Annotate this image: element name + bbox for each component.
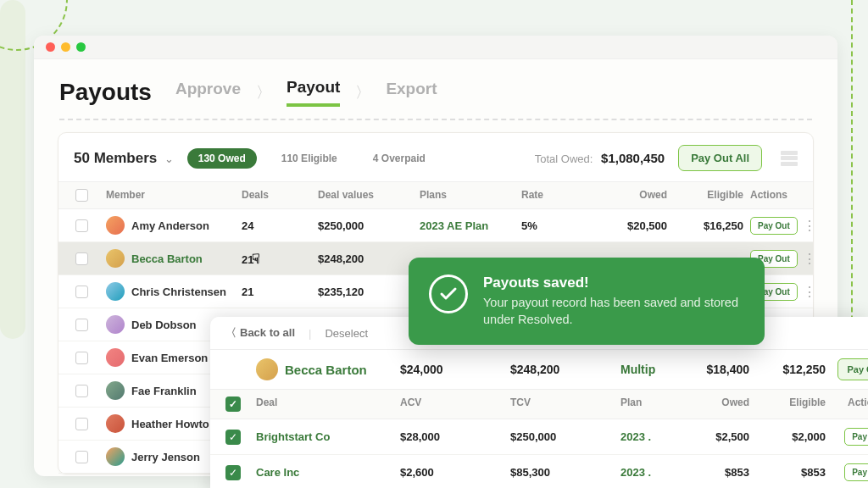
- row-menu-icon[interactable]: ⋮: [803, 218, 816, 234]
- cell-eligible: $2,000: [756, 430, 832, 443]
- check-circle-icon: [429, 274, 468, 313]
- col-tcv: TCV: [510, 396, 620, 412]
- cell-tcv: $248,200: [510, 363, 620, 376]
- pay-out-button[interactable]: Pay Out: [844, 463, 868, 481]
- step-export[interactable]: Export: [386, 80, 437, 105]
- divider: |: [309, 327, 311, 340]
- pay-out-button[interactable]: Pay Out: [750, 217, 798, 235]
- row-checkbox[interactable]: [75, 451, 88, 463]
- row-checkbox[interactable]: [75, 286, 88, 298]
- plan-link[interactable]: 2023 AE Plan: [420, 219, 521, 232]
- filter-owed-pill[interactable]: 130 Owed: [187, 148, 257, 169]
- avatar: [106, 348, 125, 367]
- window-close-icon[interactable]: [46, 42, 55, 52]
- cell-deals: 24: [242, 219, 318, 232]
- divider: [59, 119, 812, 120]
- select-all-checkbox[interactable]: ✓: [225, 396, 241, 412]
- col-deal-values: Deal values: [318, 189, 420, 202]
- cell-deals: 21 ☟: [242, 251, 318, 267]
- total-owed: Total Owed: $1,080,450: [535, 151, 665, 165]
- cell-acv: $28,000: [400, 430, 510, 443]
- cell-acv: $2,600: [400, 466, 510, 479]
- col-rate: Rate: [521, 189, 589, 202]
- deal-row[interactable]: ✓ Care Inc $2,600 $85,300 2023 . $853 $8…: [210, 455, 868, 488]
- window-zoom-icon[interactable]: [76, 42, 86, 52]
- table-header: Member Deals Deal values Plans Rate Owed…: [58, 181, 813, 209]
- page-title: Payouts: [59, 79, 152, 106]
- member-name: Chris Christensen: [131, 286, 226, 298]
- filter-overpaid-pill[interactable]: 4 Overpaid: [362, 148, 437, 169]
- chevron-down-icon: ⌄: [164, 152, 174, 165]
- window-minimize-icon[interactable]: [61, 42, 70, 52]
- pay-out-all-button[interactable]: Pay Out All: [678, 145, 762, 171]
- row-checkbox[interactable]: ✓: [225, 465, 241, 480]
- member-name: Evan Emerson: [131, 352, 208, 364]
- avatar: [256, 358, 278, 380]
- avatar: [106, 315, 125, 334]
- row-checkbox[interactable]: ✓: [225, 430, 241, 445]
- table-row[interactable]: Amy Anderson 24 $250,000 2023 AE Plan 5%…: [58, 209, 813, 242]
- detail-table-header: ✓ Deal ACV TCV Plan Owed Eligible Action…: [210, 390, 868, 419]
- deal-row[interactable]: ✓ Brightstart Co $28,000 $250,000 2023 .…: [210, 419, 868, 455]
- member-name: Amy Anderson: [131, 219, 209, 232]
- deselect-button[interactable]: Deselect: [325, 327, 368, 340]
- toast-success: Payouts saved! Your payout record has be…: [409, 258, 765, 345]
- back-to-all-button[interactable]: 〈Back to all: [225, 325, 295, 341]
- cell-owed: $853: [680, 466, 756, 479]
- col-plan: Plan: [620, 396, 680, 412]
- avatar: [106, 216, 125, 235]
- row-menu-icon[interactable]: ⋮: [803, 284, 816, 300]
- avatar: [106, 282, 125, 301]
- filter-eligible-pill[interactable]: 110 Eligible: [270, 148, 348, 169]
- cell-eligible: $12,250: [756, 363, 832, 376]
- deal-name[interactable]: Brightstart Co: [256, 430, 400, 443]
- cell-deals: 21: [242, 286, 318, 298]
- step-nav: Approve 〉 Payout 〉 Export: [175, 78, 437, 107]
- row-checkbox[interactable]: [75, 252, 88, 265]
- chevron-left-icon: 〈: [225, 326, 236, 339]
- plan-link[interactable]: 2023 .: [620, 430, 680, 443]
- plan-link[interactable]: 2023 .: [620, 466, 680, 479]
- row-checkbox[interactable]: [75, 319, 88, 331]
- col-deals: Deals: [242, 189, 318, 202]
- member-name: Heather Howto: [131, 418, 209, 430]
- columns-icon[interactable]: [781, 151, 798, 166]
- row-checkbox[interactable]: [75, 352, 88, 364]
- member-name: Becca Barton: [131, 252, 203, 265]
- chevron-right-icon: 〉: [355, 82, 370, 103]
- toast-body: Your payout record has been saved and st…: [483, 295, 744, 328]
- cell-tcv: $250,000: [510, 430, 620, 443]
- titlebar: [34, 36, 837, 59]
- detail-member-row: Becca Barton $24,000 $248,200 Multip $18…: [210, 350, 868, 390]
- col-eligible: Eligible: [674, 189, 750, 202]
- toast-title: Payouts saved!: [483, 274, 744, 291]
- row-checkbox[interactable]: [75, 385, 88, 397]
- plan-link[interactable]: Multip: [620, 363, 680, 376]
- cell-acv: $24,000: [400, 363, 510, 376]
- cell-deal-values: $248,200: [318, 252, 420, 265]
- cell-eligible: $16,250: [674, 219, 750, 232]
- step-payout[interactable]: Payout: [287, 78, 340, 107]
- col-plans: Plans: [420, 189, 521, 202]
- row-menu-icon[interactable]: ⋮: [803, 251, 816, 267]
- cell-owed: $20,500: [589, 219, 674, 232]
- step-approve[interactable]: Approve: [175, 80, 241, 105]
- total-owed-value: $1,080,450: [601, 151, 665, 165]
- row-checkbox[interactable]: [75, 219, 88, 232]
- member-name: Jerry Jenson: [131, 451, 200, 463]
- pay-out-button[interactable]: Pay Out: [837, 358, 868, 380]
- members-count-dropdown[interactable]: 50 Members ⌄: [74, 150, 174, 167]
- avatar: [106, 414, 125, 433]
- avatar: [106, 381, 125, 400]
- avatar: [106, 447, 125, 466]
- pay-out-button[interactable]: Pay Out: [844, 428, 868, 446]
- cell-deal-values: $250,000: [318, 219, 420, 232]
- select-all-checkbox[interactable]: [75, 189, 88, 202]
- row-checkbox[interactable]: [75, 418, 88, 430]
- col-owed: Owed: [589, 189, 674, 202]
- cell-deal-values: $235,120: [318, 286, 420, 298]
- member-name: Becca Barton: [285, 363, 367, 377]
- chevron-right-icon: 〉: [256, 82, 271, 103]
- deal-name[interactable]: Care Inc: [256, 466, 400, 479]
- cell-tcv: $85,300: [510, 466, 620, 479]
